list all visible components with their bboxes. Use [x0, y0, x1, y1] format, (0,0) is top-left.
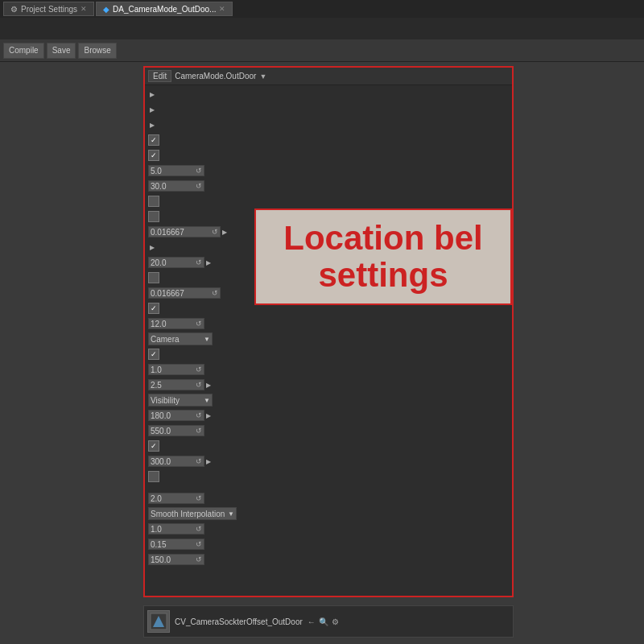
spacer: [148, 485, 509, 491]
reset-icon[interactable]: ↺: [196, 258, 202, 266]
settings-icon[interactable]: ⚙: [332, 617, 339, 626]
checkbox-input[interactable]: [148, 211, 159, 222]
reset-icon[interactable]: ↺: [196, 381, 202, 389]
reset-icon[interactable]: ↺: [196, 555, 202, 564]
input-value: 180.0: [151, 411, 171, 420]
float-input[interactable]: 2.5 ↺: [148, 379, 204, 390]
list-item: [148, 301, 509, 316]
tab-camera-mode[interactable]: ◆ DA_CameraMode_OutDoo... ✕: [96, 2, 233, 16]
reset-icon[interactable]: ↺: [196, 525, 202, 533]
input-value: 2.5: [151, 381, 162, 390]
toolbar-row: Compile Save Browse: [0, 39, 644, 62]
checkbox-input[interactable]: [148, 440, 159, 452]
float-input[interactable]: 1.0 ↺: [148, 523, 204, 535]
input-value: 1.0: [151, 365, 162, 374]
float-input[interactable]: 1.0 ↺: [148, 364, 204, 375]
asset-strip: CV_CameraSockterOffset_OutDoor ← 🔍 ⚙: [143, 605, 514, 638]
reset-icon[interactable]: ↺: [196, 494, 202, 502]
list-item: ▶: [148, 240, 509, 254]
float-input[interactable]: 30.0 ↺: [148, 180, 204, 192]
compile-btn[interactable]: Compile: [3, 43, 44, 59]
search-icon[interactable]: 🔍: [319, 617, 328, 626]
reset-icon[interactable]: ↺: [212, 289, 218, 297]
input-value: 550.0: [151, 427, 171, 436]
float-input[interactable]: 5.0 ↺: [148, 165, 204, 176]
list-item: 5.0 ↺: [148, 163, 509, 178]
expand-arrow-icon[interactable]: ▶: [148, 104, 156, 115]
expand-arrow-icon[interactable]: ▶: [204, 456, 213, 467]
float-input[interactable]: 2.0 ↺: [148, 493, 204, 504]
close-icon[interactable]: ✕: [219, 5, 225, 13]
checkbox-input[interactable]: [148, 196, 159, 207]
expand-arrow-icon[interactable]: ▶: [148, 242, 156, 253]
expand-arrow-icon[interactable]: ▶: [204, 379, 213, 390]
checkbox-input[interactable]: [148, 150, 159, 161]
list-item: [148, 347, 509, 361]
dropdown-value: Visibility: [151, 396, 180, 405]
back-icon[interactable]: ←: [308, 617, 316, 626]
float-input[interactable]: 20.0 ↺: [148, 257, 204, 268]
dropdown-arrow-icon: ▼: [204, 397, 210, 404]
tab-label: DA_CameraMode_OutDoo...: [113, 5, 216, 14]
input-value: 20.0: [151, 258, 166, 267]
list-item: 1.0 ↺: [148, 522, 509, 536]
panel-header: Edit CameraMode.OutDoor ▼: [145, 68, 512, 85]
list-item: 550.0 ↺: [148, 423, 509, 438]
save-btn[interactable]: Save: [47, 43, 76, 59]
list-item: 0.016667 ↺ ▶: [148, 225, 509, 239]
float-input[interactable]: 12.0 ↺: [148, 318, 204, 329]
panel-title: CameraMode.OutDoor: [175, 72, 256, 80]
browse-btn[interactable]: Browse: [78, 43, 116, 59]
float-input[interactable]: 0.016667 ↺: [148, 226, 221, 237]
edit-button[interactable]: Edit: [148, 70, 171, 82]
float-input[interactable]: 150.0 ↺: [148, 554, 204, 565]
close-icon[interactable]: ✕: [80, 5, 87, 13]
reset-icon[interactable]: ↺: [196, 182, 202, 190]
properties-list: ▶ ▶ ▶ 5.0 ↺: [145, 85, 512, 596]
reset-icon[interactable]: ↺: [196, 457, 202, 465]
checkbox-input[interactable]: [148, 349, 159, 360]
list-item: [148, 469, 509, 484]
reset-icon[interactable]: ↺: [212, 228, 218, 236]
visibility-dropdown[interactable]: Visibility ▼: [148, 394, 213, 407]
list-item: 300.0 ↺ ▶: [148, 454, 509, 469]
expand-arrow-icon[interactable]: ▶: [204, 257, 213, 268]
float-input[interactable]: 300.0 ↺: [148, 456, 204, 467]
asset-thumbnail: [147, 610, 170, 633]
list-item: Visibility ▼: [148, 393, 509, 407]
list-item: 30.0 ↺: [148, 179, 509, 193]
input-value: 1.0: [151, 525, 162, 534]
list-item: 20.0 ↺ ▶: [148, 255, 509, 270]
expand-arrow-icon[interactable]: ▶: [204, 410, 213, 421]
checkbox-input[interactable]: [148, 303, 159, 314]
input-value: 0.016667: [151, 289, 184, 298]
float-input[interactable]: 0.15 ↺: [148, 539, 204, 550]
bottom-icon-row: ← 🔍 ⚙: [308, 617, 339, 626]
input-value: 12.0: [151, 320, 166, 328]
expand-arrow-icon[interactable]: ▶: [221, 226, 229, 237]
expand-arrow-icon[interactable]: ▶: [148, 89, 156, 100]
checkbox-input[interactable]: [148, 272, 159, 283]
reset-icon[interactable]: ↺: [196, 365, 202, 374]
reset-icon[interactable]: ↺: [196, 427, 202, 435]
reset-icon[interactable]: ↺: [196, 411, 202, 419]
checkbox-input[interactable]: [148, 471, 159, 482]
properties-panel: Edit CameraMode.OutDoor ▼ ▶ ▶ ▶: [143, 66, 514, 597]
checkbox-input[interactable]: [148, 134, 159, 146]
list-item: 1.0 ↺: [148, 362, 509, 377]
dropdown-value: Smooth Interpolation: [151, 510, 225, 518]
interpolation-dropdown[interactable]: Smooth Interpolation ▼: [148, 507, 237, 520]
float-input[interactable]: 180.0 ↺: [148, 410, 204, 421]
float-input[interactable]: 550.0 ↺: [148, 425, 204, 436]
reset-icon[interactable]: ↺: [196, 540, 202, 548]
reset-icon[interactable]: ↺: [196, 167, 202, 175]
camera-dropdown[interactable]: Camera ▼: [148, 332, 213, 345]
reset-icon[interactable]: ↺: [196, 320, 202, 328]
list-item: [148, 133, 509, 147]
float-input[interactable]: 0.016667 ↺: [148, 287, 221, 299]
list-item: 0.15 ↺: [148, 537, 509, 551]
tab-project-settings[interactable]: ⚙ Project Settings ✕: [3, 2, 94, 16]
expand-arrow-icon[interactable]: ▶: [148, 119, 156, 130]
tab-label: Project Settings: [21, 5, 77, 14]
input-value: 150.0: [151, 555, 171, 564]
